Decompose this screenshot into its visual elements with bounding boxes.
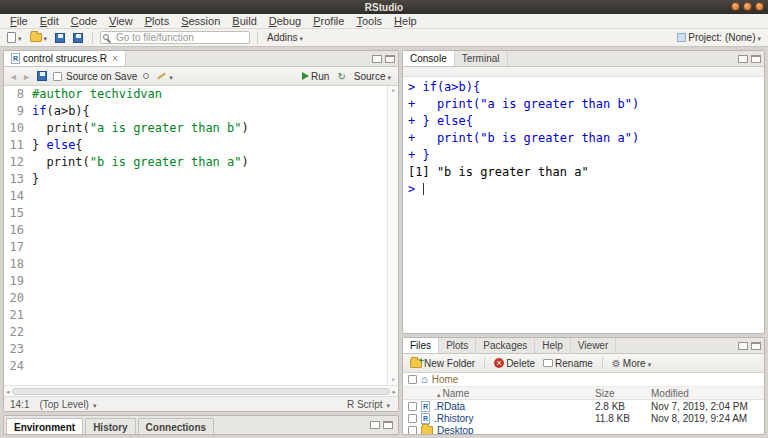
file-row[interactable]: Desktop: [403, 424, 764, 434]
editor-line[interactable]: 20: [4, 290, 387, 307]
row-checkbox[interactable]: [408, 402, 417, 411]
editor-line[interactable]: 11} else{: [4, 137, 387, 154]
editor-line[interactable]: 18: [4, 256, 387, 273]
menu-file[interactable]: File: [4, 15, 34, 27]
project-menu-button[interactable]: Project: (None): [675, 31, 763, 44]
tab-connections[interactable]: Connections: [138, 418, 215, 435]
tab-plots[interactable]: Plots: [439, 338, 476, 353]
file-name[interactable]: .RData: [434, 401, 591, 412]
tab-files[interactable]: Files: [403, 338, 439, 353]
goto-file-input[interactable]: [100, 31, 250, 44]
select-all-checkbox[interactable]: [408, 375, 417, 384]
editor-line[interactable]: 21: [4, 307, 387, 324]
maximize-pane-button[interactable]: [751, 55, 761, 63]
column-modified[interactable]: Modified: [651, 388, 759, 399]
close-window-button[interactable]: [755, 2, 764, 11]
maximize-pane-button[interactable]: [751, 342, 761, 350]
maximize-window-button[interactable]: [743, 2, 752, 11]
line-number[interactable]: 14: [4, 188, 32, 205]
line-number[interactable]: 17: [4, 239, 32, 256]
rename-button[interactable]: Rename: [541, 357, 595, 370]
tab-help[interactable]: Help: [535, 338, 571, 353]
line-number[interactable]: 18: [4, 256, 32, 273]
tab-console[interactable]: Console: [403, 51, 455, 66]
filetype-selector[interactable]: R Script: [345, 398, 392, 411]
line-number[interactable]: 21: [4, 307, 32, 324]
line-number[interactable]: 23: [4, 341, 32, 358]
addins-button[interactable]: Addins: [265, 31, 305, 44]
tab-history[interactable]: History: [85, 418, 135, 435]
breadcrumb[interactable]: Home: [432, 374, 459, 385]
tab-viewer[interactable]: Viewer: [571, 338, 616, 353]
scope-selector[interactable]: (Top Level): [37, 398, 98, 411]
line-number[interactable]: 16: [4, 222, 32, 239]
new-file-button[interactable]: [5, 31, 24, 44]
file-name[interactable]: .Rhistory: [434, 413, 591, 424]
editor[interactable]: 8#author techvidvan9if(a>b){10 print("a …: [4, 86, 398, 385]
editor-line[interactable]: 17: [4, 239, 387, 256]
scroll-right-icon[interactable]: [392, 387, 396, 396]
menu-debug[interactable]: Debug: [263, 15, 307, 27]
back-button[interactable]: [9, 70, 18, 83]
maximize-pane-button[interactable]: [385, 55, 395, 63]
column-name[interactable]: Name: [437, 388, 591, 399]
tab-packages[interactable]: Packages: [476, 338, 535, 353]
menu-session[interactable]: Session: [175, 15, 226, 27]
forward-button[interactable]: [22, 70, 31, 83]
open-file-button[interactable]: [28, 31, 50, 44]
save-button[interactable]: [53, 32, 67, 44]
editor-line[interactable]: 19: [4, 273, 387, 290]
scroll-down-icon[interactable]: [391, 376, 395, 385]
editor-lines[interactable]: 8#author techvidvan9if(a>b){10 print("a …: [4, 86, 387, 385]
menu-help[interactable]: Help: [388, 15, 423, 27]
line-number[interactable]: 15: [4, 205, 32, 222]
editor-hscrollbar[interactable]: [4, 385, 398, 396]
run-button[interactable]: Run: [300, 70, 331, 83]
source-button[interactable]: Source: [352, 70, 393, 83]
new-folder-button[interactable]: New Folder: [408, 357, 477, 370]
menu-code[interactable]: Code: [65, 15, 103, 27]
rerun-button[interactable]: [335, 70, 347, 83]
line-number[interactable]: 13: [4, 171, 32, 188]
line-number[interactable]: 9: [4, 103, 32, 120]
file-name[interactable]: Desktop: [437, 425, 591, 435]
minimize-pane-button[interactable]: [370, 421, 380, 429]
line-number[interactable]: 8: [4, 86, 32, 103]
line-number[interactable]: 20: [4, 290, 32, 307]
line-number[interactable]: 22: [4, 324, 32, 341]
editor-line[interactable]: 14: [4, 188, 387, 205]
line-number[interactable]: 11: [4, 137, 32, 154]
menu-edit[interactable]: Edit: [34, 15, 65, 27]
line-number[interactable]: 24: [4, 358, 32, 375]
console-lines[interactable]: > if(a>b){+ print("a is greater than b")…: [403, 77, 764, 333]
more-button[interactable]: More: [610, 357, 653, 370]
editor-line[interactable]: 12 print("b is greater than a"): [4, 154, 387, 171]
editor-line[interactable]: 16: [4, 222, 387, 239]
minimize-pane-button[interactable]: [372, 55, 382, 63]
save-all-button[interactable]: [71, 32, 85, 44]
editor-line[interactable]: 10 print("a is greater than b"): [4, 120, 387, 137]
editor-line[interactable]: 23: [4, 341, 387, 358]
minimize-pane-button[interactable]: [738, 55, 748, 63]
file-row[interactable]: .Rhistory11.8 KBNov 8, 2019, 9:24 AM: [403, 412, 764, 424]
menu-build[interactable]: Build: [226, 15, 262, 27]
tab-terminal[interactable]: Terminal: [455, 51, 508, 66]
menu-view[interactable]: View: [103, 15, 139, 27]
scroll-up-icon[interactable]: [391, 86, 395, 95]
minimize-pane-button[interactable]: [738, 342, 748, 350]
editor-line[interactable]: 13}: [4, 171, 387, 188]
close-icon[interactable]: [110, 53, 118, 64]
row-checkbox[interactable]: [408, 426, 417, 435]
editor-line[interactable]: 8#author techvidvan: [4, 86, 387, 103]
menu-plots[interactable]: Plots: [139, 15, 175, 27]
tab-source-file[interactable]: control strucures.R: [4, 51, 126, 66]
maximize-pane-button[interactable]: [383, 421, 393, 429]
editor-line[interactable]: 24: [4, 358, 387, 375]
tab-environment[interactable]: Environment: [6, 418, 83, 435]
source-on-save-checkbox[interactable]: [53, 72, 62, 81]
file-row[interactable]: .RData2.8 KBNov 7, 2019, 2:04 PM: [403, 400, 764, 412]
scroll-left-icon[interactable]: [6, 387, 10, 396]
row-checkbox[interactable]: [408, 414, 417, 423]
editor-line[interactable]: 15: [4, 205, 387, 222]
code-tools-button[interactable]: [155, 70, 175, 83]
